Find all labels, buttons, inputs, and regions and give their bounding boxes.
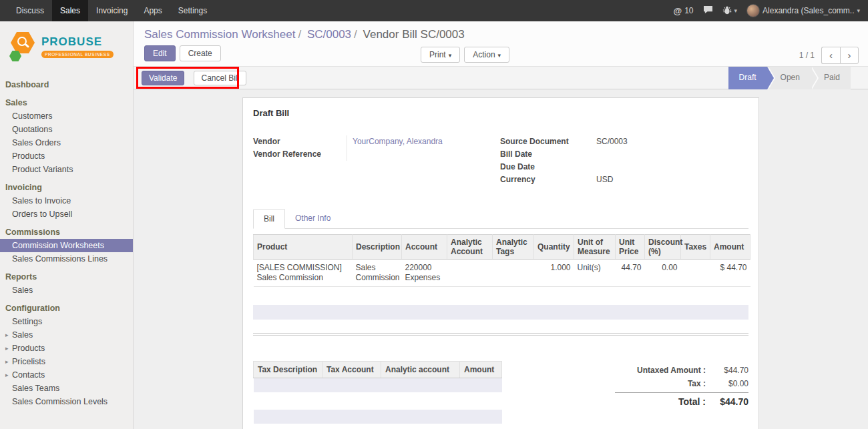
sidebar-section-commissions[interactable]: Commissions (0, 226, 133, 239)
cell-analytic-tags (493, 260, 534, 287)
mention-icon: @ (674, 6, 682, 16)
cell-unit-price: 44.70 (616, 260, 645, 287)
vendor-reference-label: Vendor Reference (253, 148, 347, 161)
col-header-product: Product (254, 235, 353, 260)
sidebar-item-pricelists[interactable]: ▸ Pricelists (0, 355, 133, 368)
currency-label: Currency (500, 173, 596, 186)
empty-tax-row-striped (254, 410, 502, 424)
tax-amount-value: $0.00 (706, 377, 748, 390)
print-dropdown-button[interactable]: Print▾ (421, 47, 460, 63)
col-header-uom: Unit of Measure (574, 235, 616, 260)
sidebar-section-reports[interactable]: Reports (0, 270, 133, 284)
cell-uom: Unit(s) (574, 260, 616, 287)
col-header-tax-amount: Amount (460, 362, 502, 378)
sidebar-item-sales-report[interactable]: Sales (0, 284, 133, 297)
vendor-link[interactable]: YourCompany, Alexandra (353, 137, 443, 146)
sidebar-item-sales-commission-levels[interactable]: Sales Commission Levels (0, 395, 133, 408)
tax-lines-table: Tax Description Tax Account Analytic acc… (253, 361, 502, 424)
cell-taxes (681, 260, 710, 287)
logo-title: PROBUSE (41, 35, 114, 49)
invoice-line-row[interactable]: [SALES COMMISSION] Sales Commission Sale… (254, 260, 750, 287)
sidebar-section-configuration[interactable]: Configuration (0, 302, 133, 315)
sidebar-item-sales-commissions-lines[interactable]: Sales Commissions Lines (0, 252, 133, 266)
menu-apps[interactable]: Apps (136, 0, 170, 21)
source-document-value: SC/0003 (596, 135, 748, 148)
status-step-draft[interactable]: Draft (728, 67, 767, 89)
statusbar-buttons: Validate Cancel Bill (142, 71, 246, 85)
mention-count: 10 (684, 6, 693, 15)
sidebar-item-products[interactable]: Products (0, 149, 133, 163)
mentions-counter[interactable]: @ 10 (674, 6, 694, 16)
company-logo: PROBUSE PROFESSIONAL BUSINESS (0, 21, 133, 71)
invoice-lines-table: Product Description Account Analytic Acc… (253, 234, 750, 287)
sidebar-item-label: Contacts (12, 370, 45, 380)
col-header-analytic-account: Analytic Account (447, 235, 493, 260)
vendor-value: YourCompany, Alexandra (347, 135, 500, 148)
cell-account: 220000 Expenses (402, 260, 447, 287)
tab-bill[interactable]: Bill (253, 209, 285, 229)
col-header-quantity: Quantity (534, 235, 574, 260)
col-header-analytic-tags: Analytic Tags (493, 235, 534, 260)
breadcrumb-sc0003-link[interactable]: SC/0003 (307, 28, 351, 41)
menu-discuss[interactable]: Discuss (8, 0, 52, 21)
sidebar-item-orders-to-upsell[interactable]: Orders to Upsell (0, 207, 133, 221)
user-menu[interactable]: Alexandra (Sales_comm.. ▾ (746, 4, 860, 17)
cell-description: Sales Commission (353, 260, 402, 287)
chevron-down-icon: ▾ (498, 52, 501, 59)
total-amount-value: $44.70 (706, 395, 748, 408)
sidebar-item-sales-teams[interactable]: Sales Teams (0, 382, 133, 395)
sidebar-item-label: Pricelists (12, 357, 45, 366)
control-panel: Sales Commission Worksheet/ SC/0003/ Ven… (134, 21, 868, 67)
pager-next-button[interactable]: › (840, 47, 859, 64)
col-header-discount: Discount (%) (645, 235, 681, 260)
status-pipeline: Draft Open Paid (728, 67, 851, 89)
sidebar-item-sales-orders[interactable]: Sales Orders (0, 136, 133, 149)
app-menus: Discuss Sales Invoicing Apps Settings (8, 0, 215, 21)
sidebar-item-contacts[interactable]: ▸ Contacts (0, 368, 133, 382)
lines-header-row: Product Description Account Analytic Acc… (254, 235, 750, 260)
due-date-value (596, 161, 748, 173)
main-content: Sales Commission Worksheet/ SC/0003/ Ven… (134, 21, 868, 429)
tax-amount-row: Tax : $0.00 (615, 377, 748, 390)
bill-date-label: Bill Date (500, 148, 596, 161)
debug-menu-button[interactable]: ▾ (722, 5, 738, 17)
cell-quantity: 1.000 (534, 260, 574, 287)
source-document-label: Source Document (500, 135, 596, 148)
tab-other-info[interactable]: Other Info (285, 209, 341, 228)
sidebar-item-commission-worksheets[interactable]: Commission Worksheets (0, 239, 133, 252)
sidebar-section-invoicing[interactable]: Invoicing (0, 181, 133, 194)
untaxed-amount-row: Untaxed Amount : $44.70 (615, 364, 748, 377)
sidebar-item-products-config[interactable]: ▸ Products (0, 342, 133, 355)
menu-settings[interactable]: Settings (170, 0, 215, 21)
caret-right-icon: ▸ (5, 372, 9, 378)
currency-value: USD (596, 173, 748, 186)
statusbar: Validate Cancel Bill Draft Open Paid (134, 67, 868, 89)
menu-invoicing[interactable]: Invoicing (88, 0, 136, 21)
sidebar-section-sales[interactable]: Sales (0, 96, 133, 109)
sidebar-item-settings[interactable]: Settings (0, 315, 133, 328)
col-header-tax-analytic-account: Analytic account (381, 362, 460, 378)
sidebar-item-customers[interactable]: Customers (0, 109, 133, 123)
breadcrumb-separator: / (351, 28, 360, 41)
edit-button[interactable]: Edit (144, 45, 176, 61)
menu-sales[interactable]: Sales (52, 0, 88, 21)
amount-totals: Untaxed Amount : $44.70 Tax : $0.00 Tota… (615, 361, 748, 424)
total-amount-label: Total : (615, 395, 706, 408)
sidebar-item-product-variants[interactable]: Product Variants (0, 163, 133, 176)
messages-button[interactable] (703, 5, 713, 16)
sidebar-item-sales-config[interactable]: ▸ Sales (0, 328, 133, 342)
caret-right-icon: ▸ (5, 358, 9, 365)
empty-tax-row-striped (254, 378, 502, 392)
validate-button[interactable]: Validate (142, 71, 184, 85)
sidebar-item-sales-to-invoice[interactable]: Sales to Invoice (0, 194, 133, 207)
vendor-reference-value (347, 148, 500, 161)
pager-previous-button[interactable]: ‹ (821, 47, 840, 64)
notebook-tabs: Bill Other Info (253, 209, 748, 229)
breadcrumb-worksheet-link[interactable]: Sales Commission Worksheet (144, 28, 295, 41)
sidebar-item-quotations[interactable]: Quotations (0, 123, 133, 136)
action-dropdown-button[interactable]: Action▾ (464, 47, 509, 63)
sidebar-section-dashboard[interactable]: Dashboard (0, 78, 133, 91)
cell-product: [SALES COMMISSION] Sales Commission (254, 260, 353, 287)
cancel-bill-button[interactable]: Cancel Bill (194, 71, 246, 85)
create-button[interactable]: Create (180, 45, 221, 61)
